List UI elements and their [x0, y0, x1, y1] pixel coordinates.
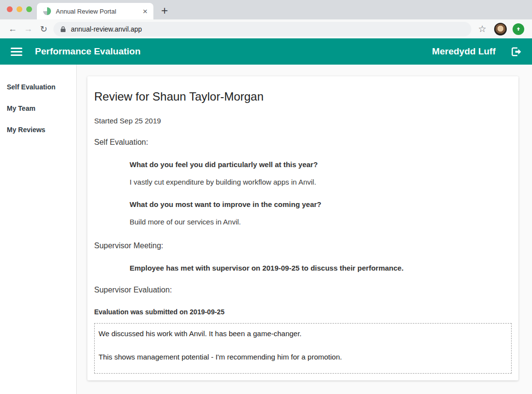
zoom-window-button[interactable] — [26, 6, 32, 12]
new-tab-button[interactable]: + — [161, 5, 168, 17]
supervisor-comments-textarea[interactable]: We discussed his work with Anvil. It has… — [94, 323, 512, 374]
tab-close-icon[interactable]: × — [141, 7, 150, 16]
supervisor-meeting-status: Employee has met with supervisor on 2019… — [130, 264, 512, 273]
page-body: Self Evaluation My Team My Reviews Revie… — [0, 65, 532, 394]
forward-icon: → — [20, 24, 36, 34]
question-1: What do you feel you did particularly we… — [130, 160, 512, 169]
answer-2: Build more of our services in Anvil. — [130, 218, 512, 226]
supervisor-meeting-heading: Supervisor Meeting: — [94, 241, 512, 250]
logout-icon[interactable] — [510, 47, 521, 57]
bookmark-star-icon[interactable]: ☆ — [478, 23, 486, 34]
question-2: What do you most want to improve in the … — [130, 200, 512, 209]
started-date: Started Sep 25 2019 — [94, 117, 512, 125]
app-title: Performance Evaluation — [35, 46, 141, 57]
address-bar[interactable]: annual-review.anvil.app — [53, 22, 471, 36]
anvil-favicon-icon — [43, 7, 51, 15]
answer-1: I vastly cut expenditure by building wor… — [130, 178, 512, 187]
evaluation-submitted-status: Evaluation was submitted on 2019-09-25 — [94, 308, 512, 316]
minimize-window-button[interactable] — [17, 6, 22, 12]
sidebar-item-self-evaluation[interactable]: Self Evaluation — [0, 77, 76, 97]
browser-profile-avatar[interactable] — [494, 23, 507, 35]
app-header: Performance Evaluation Meredydd Luff — [0, 38, 532, 65]
review-card: Review for Shaun Taylor-Morgan Started S… — [87, 76, 518, 380]
self-evaluation-heading: Self Evaluation: — [94, 137, 512, 147]
window-controls — [7, 6, 32, 12]
browser-toolbar: ← → ↻ annual-review.anvil.app ☆ — [0, 19, 532, 38]
main-content: Review for Shaun Taylor-Morgan Started S… — [77, 65, 532, 394]
page-title: Review for Shaun Taylor-Morgan — [94, 90, 512, 103]
reload-icon[interactable]: ↻ — [36, 24, 51, 34]
sidebar-item-my-team[interactable]: My Team — [0, 99, 76, 118]
supervisor-evaluation-heading: Supervisor Evaluation: — [94, 285, 512, 294]
menu-icon[interactable] — [11, 48, 22, 56]
browser-tab[interactable]: Annual Review Portal × — [37, 3, 153, 19]
user-name[interactable]: Meredydd Luff — [432, 46, 496, 57]
lock-icon — [60, 26, 66, 33]
close-window-button[interactable] — [7, 6, 13, 12]
tab-title: Annual Review Portal — [56, 8, 141, 15]
back-icon[interactable]: ← — [5, 24, 20, 34]
sidebar-item-my-reviews[interactable]: My Reviews — [0, 120, 76, 139]
url-text: annual-review.anvil.app — [71, 25, 142, 33]
browser-update-icon[interactable] — [513, 23, 524, 35]
sidebar: Self Evaluation My Team My Reviews — [0, 65, 77, 394]
tab-strip: Annual Review Portal × + — [0, 0, 532, 19]
